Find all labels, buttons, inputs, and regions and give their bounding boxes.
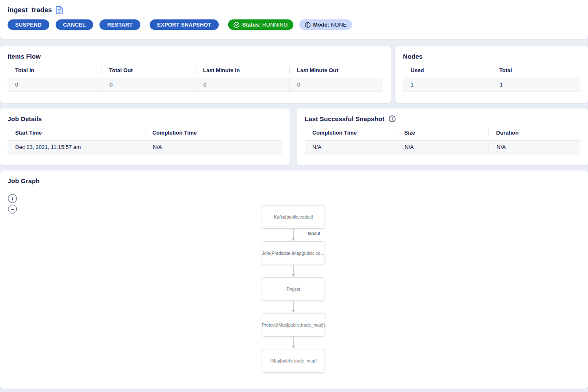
nodes-table: Used Total 1 1 [403,65,580,92]
graph-edge-label: fanout [308,231,320,236]
graph-edge-arrow [293,229,294,239]
last-snapshot-title-text: Last Successful Snapshot [305,115,384,122]
job-graph-card: Job Graph + − Kafka[public.trades] Join(… [0,170,588,389]
column-header: Used [403,65,492,78]
graph-node-imap[interactable]: IMap[public.trade_map] [262,349,325,373]
graph-zoom-controls: + − [8,194,17,214]
graph-node-project[interactable]: Project [262,277,325,301]
status-text: Status: RUNNING [242,22,287,28]
last-snapshot-title: Last Successful Snapshot [305,115,580,122]
graph-edge-arrow [293,265,294,275]
graph-edge-arrow [293,301,294,311]
items-flow-title: Items Flow [8,53,383,60]
cell-completion-time: N/A [145,141,282,154]
job-details-title: Job Details [8,115,282,122]
cell-last-minute-out: 0 [289,78,383,92]
column-header: Total In [8,65,102,78]
cell-total-out: 0 [102,78,196,92]
column-header: Start Time [8,128,145,140]
column-header: Last Minute In [196,65,290,78]
job-header-card: ingest_trades SUSPEND CANCEL RESTART EXP… [0,0,588,39]
column-header: Last Minute Out [289,65,383,78]
zoom-out-icon[interactable]: − [8,205,17,214]
items-flow-table: Total In Total Out Last Minute In Last M… [8,65,383,92]
column-header: Completion Time [305,128,397,140]
page-title: ingest_trades [8,6,52,14]
table-row: N/A N/A N/A [305,140,580,154]
job-graph-title: Job Graph [8,177,580,184]
cell-nodes-used: 1 [403,78,492,92]
cell-nodes-total: 1 [492,78,581,92]
cell-last-minute-in: 0 [196,78,290,92]
table-row: Dec 23, 2021, 11:15:57 am N/A [8,140,282,154]
cell-snapshot-size: N/A [397,141,489,154]
check-circle-icon [234,22,239,28]
restart-button[interactable]: RESTART [99,19,140,30]
last-snapshot-card: Last Successful Snapshot Completion Time… [297,108,588,165]
nodes-title: Nodes [403,53,580,60]
zoom-in-icon[interactable]: + [8,194,17,203]
column-header: Total Out [102,65,196,78]
column-header: Size [397,128,489,140]
snapshot-table: Completion Time Size Duration N/A N/A N/… [305,128,580,154]
job-details-table: Start Time Completion Time Dec 23, 2021,… [8,128,282,154]
graph-node-join[interactable]: Join(Predicate-IMap[public.co… [262,241,325,265]
nodes-card: Nodes Used Total 1 1 [395,46,588,103]
cancel-button[interactable]: CANCEL [56,19,94,30]
column-header: Duration [489,128,580,140]
mode-text: Mode: NONE [313,22,346,28]
graph-node-project-imap[interactable]: Project(IMap[public.trade_map]) [262,313,325,337]
info-circle-icon [305,22,311,28]
export-snapshot-button[interactable]: EXPORT SNAPSHOT [150,19,219,30]
graph-node-kafka[interactable]: Kafka[public.trades] [262,205,325,229]
mode-badge: Mode: NONE [299,19,352,30]
cell-snapshot-duration: N/A [489,141,580,154]
cell-snapshot-completion: N/A [305,141,397,154]
file-text-icon[interactable] [56,6,63,14]
column-header: Completion Time [145,128,282,140]
status-badge: Status: RUNNING [228,19,293,30]
job-details-card: Job Details Start Time Completion Time D… [0,108,290,165]
graph-edge-arrow [293,337,294,346]
info-circle-icon[interactable] [389,115,396,122]
suspend-button[interactable]: SUSPEND [8,19,49,30]
cell-total-in: 0 [8,78,102,92]
items-flow-card: Items Flow Total In Total Out Last Minut… [0,46,391,103]
table-row: 1 1 [403,78,580,92]
table-row: 0 0 0 0 [8,78,383,92]
title-row: ingest_trades [8,6,580,14]
cell-start-time: Dec 23, 2021, 11:15:57 am [8,141,145,154]
column-header: Total [492,65,581,78]
actions-row: SUSPEND CANCEL RESTART EXPORT SNAPSHOT S… [8,19,580,30]
